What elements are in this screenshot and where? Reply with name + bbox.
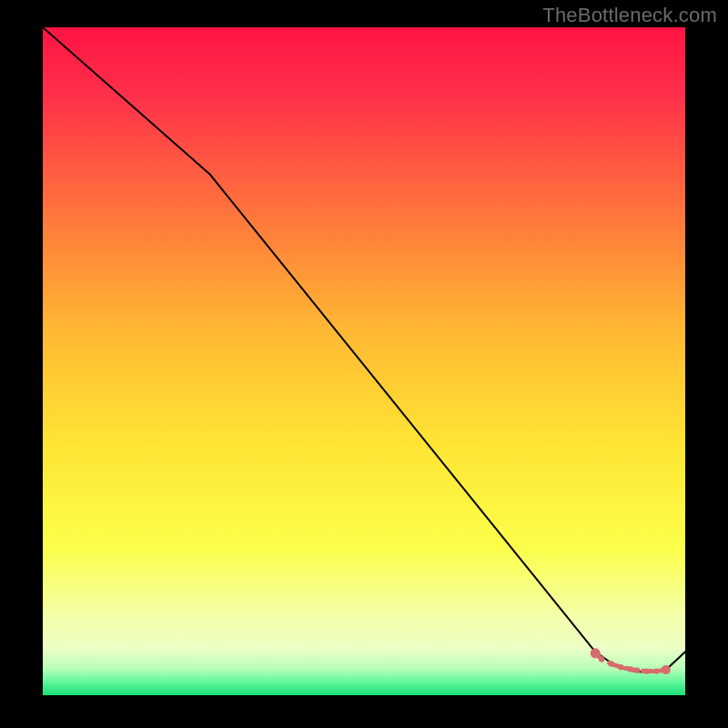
marker-dot (643, 668, 649, 673)
chart-frame: TheBottleneck.com (0, 0, 728, 728)
marker-dot (599, 656, 604, 662)
marker-dot (653, 668, 659, 673)
marker-dot (618, 664, 623, 670)
marker-dot (662, 665, 671, 674)
plot-area (43, 27, 685, 695)
marker-dot (628, 666, 633, 672)
gradient-background (43, 27, 685, 695)
marker-dot (634, 668, 640, 673)
chart-svg (43, 27, 685, 695)
watermark-text: TheBottleneck.com (542, 4, 717, 27)
marker-dot (609, 661, 614, 666)
marker-dot (591, 648, 601, 658)
